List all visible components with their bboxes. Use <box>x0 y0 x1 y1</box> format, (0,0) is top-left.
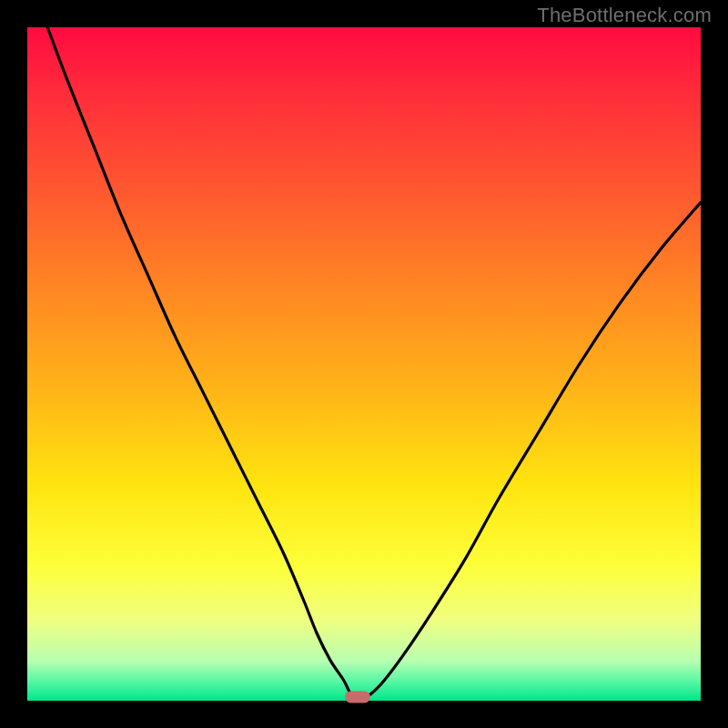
minimum-marker <box>345 692 370 703</box>
chart-frame: TheBottleneck.com <box>0 0 728 728</box>
plot-area <box>27 27 701 701</box>
bottleneck-curve <box>27 27 701 701</box>
watermark-label: TheBottleneck.com <box>537 4 712 27</box>
